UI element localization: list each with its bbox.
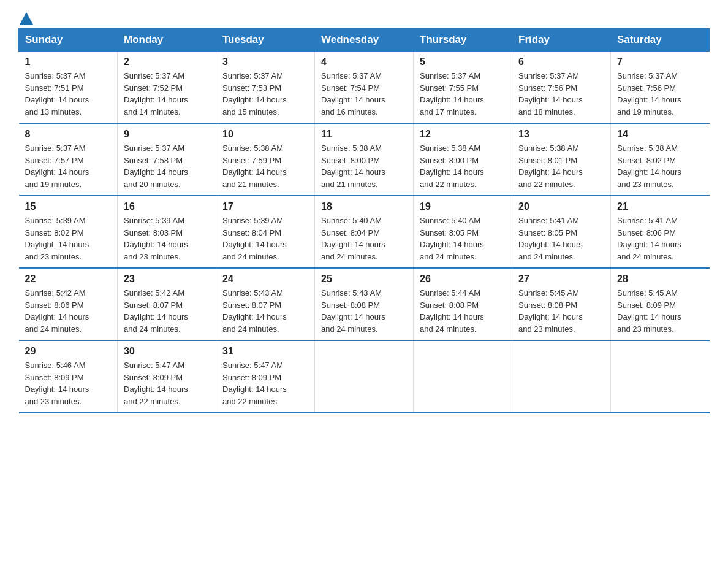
logo [18,12,33,22]
calendar-cell: 13 Sunrise: 5:38 AMSunset: 8:01 PMDaylig… [512,123,611,196]
header-friday: Friday [512,29,611,52]
week-row-3: 15 Sunrise: 5:39 AMSunset: 8:02 PMDaylig… [19,196,710,268]
day-number: 3 [222,56,308,67]
day-info: Sunrise: 5:41 AMSunset: 8:06 PMDaylight:… [617,215,703,262]
day-number: 26 [420,274,506,285]
calendar-cell: 20 Sunrise: 5:41 AMSunset: 8:05 PMDaylig… [512,196,611,268]
day-info: Sunrise: 5:43 AMSunset: 8:07 PMDaylight:… [222,287,308,335]
day-info: Sunrise: 5:42 AMSunset: 8:06 PMDaylight:… [25,287,112,335]
calendar-cell: 26 Sunrise: 5:44 AMSunset: 8:08 PMDaylig… [414,268,512,340]
day-info: Sunrise: 5:40 AMSunset: 8:05 PMDaylight:… [420,215,506,262]
calendar-cell: 10 Sunrise: 5:38 AMSunset: 7:59 PMDaylig… [216,123,315,196]
calendar-cell: 28 Sunrise: 5:45 AMSunset: 8:09 PMDaylig… [611,268,710,340]
day-info: Sunrise: 5:41 AMSunset: 8:05 PMDaylight:… [518,215,604,262]
calendar-cell: 11 Sunrise: 5:38 AMSunset: 8:00 PMDaylig… [315,123,414,196]
day-number: 16 [124,201,210,212]
day-info: Sunrise: 5:38 AMSunset: 8:00 PMDaylight:… [321,142,407,190]
week-row-5: 29 Sunrise: 5:46 AMSunset: 8:09 PMDaylig… [19,340,710,413]
day-number: 25 [321,274,407,285]
calendar-cell: 1 Sunrise: 5:37 AMSunset: 7:51 PMDayligh… [19,52,118,124]
day-info: Sunrise: 5:44 AMSunset: 8:08 PMDaylight:… [420,287,506,335]
logo-icon [20,12,33,25]
day-info: Sunrise: 5:40 AMSunset: 8:04 PMDaylight:… [321,215,407,262]
day-info: Sunrise: 5:39 AMSunset: 8:03 PMDaylight:… [124,215,210,262]
logo-text [18,12,33,25]
day-info: Sunrise: 5:37 AMSunset: 7:54 PMDaylight:… [321,70,407,118]
calendar-cell: 9 Sunrise: 5:37 AMSunset: 7:58 PMDayligh… [118,123,216,196]
header-tuesday: Tuesday [216,29,315,52]
calendar-cell: 4 Sunrise: 5:37 AMSunset: 7:54 PMDayligh… [315,52,414,124]
day-number: 7 [617,56,703,67]
day-number: 5 [420,56,506,67]
calendar-cell: 15 Sunrise: 5:39 AMSunset: 8:02 PMDaylig… [19,196,118,268]
calendar-cell: 18 Sunrise: 5:40 AMSunset: 8:04 PMDaylig… [315,196,414,268]
day-info: Sunrise: 5:38 AMSunset: 8:01 PMDaylight:… [518,142,604,190]
day-number: 2 [124,56,210,67]
day-info: Sunrise: 5:45 AMSunset: 8:08 PMDaylight:… [518,287,604,335]
day-number: 29 [25,346,112,357]
day-info: Sunrise: 5:45 AMSunset: 8:09 PMDaylight:… [617,287,703,335]
header-sunday: Sunday [19,29,118,52]
page-header [18,12,710,22]
calendar-cell: 31 Sunrise: 5:47 AMSunset: 8:09 PMDaylig… [216,340,315,413]
day-number: 31 [222,346,308,357]
day-info: Sunrise: 5:39 AMSunset: 8:02 PMDaylight:… [25,215,112,262]
day-number: 11 [321,129,407,140]
calendar-cell: 16 Sunrise: 5:39 AMSunset: 8:03 PMDaylig… [118,196,216,268]
calendar-cell: 14 Sunrise: 5:38 AMSunset: 8:02 PMDaylig… [611,123,710,196]
day-number: 19 [420,201,506,212]
calendar-cell: 19 Sunrise: 5:40 AMSunset: 8:05 PMDaylig… [414,196,512,268]
day-info: Sunrise: 5:37 AMSunset: 7:58 PMDaylight:… [124,142,210,190]
calendar-header-row: SundayMondayTuesdayWednesdayThursdayFrid… [19,29,710,52]
calendar-cell: 3 Sunrise: 5:37 AMSunset: 7:53 PMDayligh… [216,52,315,124]
day-info: Sunrise: 5:37 AMSunset: 7:55 PMDaylight:… [420,70,506,118]
calendar-cell [611,340,710,413]
day-info: Sunrise: 5:47 AMSunset: 8:09 PMDaylight:… [124,359,210,407]
day-info: Sunrise: 5:37 AMSunset: 7:56 PMDaylight:… [518,70,604,118]
calendar-cell [512,340,611,413]
header-thursday: Thursday [414,29,512,52]
calendar-cell: 17 Sunrise: 5:39 AMSunset: 8:04 PMDaylig… [216,196,315,268]
calendar-cell: 6 Sunrise: 5:37 AMSunset: 7:56 PMDayligh… [512,52,611,124]
week-row-1: 1 Sunrise: 5:37 AMSunset: 7:51 PMDayligh… [19,52,710,124]
day-number: 4 [321,56,407,67]
day-number: 6 [518,56,604,67]
calendar-cell: 25 Sunrise: 5:43 AMSunset: 8:08 PMDaylig… [315,268,414,340]
calendar-cell: 22 Sunrise: 5:42 AMSunset: 8:06 PMDaylig… [19,268,118,340]
day-number: 30 [124,346,210,357]
week-row-4: 22 Sunrise: 5:42 AMSunset: 8:06 PMDaylig… [19,268,710,340]
day-info: Sunrise: 5:38 AMSunset: 8:02 PMDaylight:… [617,142,703,190]
header-monday: Monday [118,29,216,52]
day-number: 17 [222,201,308,212]
day-info: Sunrise: 5:43 AMSunset: 8:08 PMDaylight:… [321,287,407,335]
day-info: Sunrise: 5:37 AMSunset: 7:52 PMDaylight:… [124,70,210,118]
calendar-cell: 24 Sunrise: 5:43 AMSunset: 8:07 PMDaylig… [216,268,315,340]
day-info: Sunrise: 5:46 AMSunset: 8:09 PMDaylight:… [25,359,112,407]
day-info: Sunrise: 5:37 AMSunset: 7:51 PMDaylight:… [25,70,112,118]
calendar-cell: 23 Sunrise: 5:42 AMSunset: 8:07 PMDaylig… [118,268,216,340]
day-number: 28 [617,274,703,285]
calendar-cell: 29 Sunrise: 5:46 AMSunset: 8:09 PMDaylig… [19,340,118,413]
day-number: 27 [518,274,604,285]
day-number: 22 [25,274,112,285]
day-number: 24 [222,274,308,285]
day-info: Sunrise: 5:39 AMSunset: 8:04 PMDaylight:… [222,215,308,262]
day-number: 15 [25,201,112,212]
calendar-cell [315,340,414,413]
svg-marker-0 [20,12,33,25]
day-number: 1 [25,56,112,67]
calendar-cell [414,340,512,413]
day-number: 12 [420,129,506,140]
day-number: 10 [222,129,308,140]
calendar-cell: 8 Sunrise: 5:37 AMSunset: 7:57 PMDayligh… [19,123,118,196]
calendar-cell: 5 Sunrise: 5:37 AMSunset: 7:55 PMDayligh… [414,52,512,124]
day-number: 13 [518,129,604,140]
day-info: Sunrise: 5:42 AMSunset: 8:07 PMDaylight:… [124,287,210,335]
calendar-cell: 2 Sunrise: 5:37 AMSunset: 7:52 PMDayligh… [118,52,216,124]
calendar-cell: 7 Sunrise: 5:37 AMSunset: 7:56 PMDayligh… [611,52,710,124]
day-number: 21 [617,201,703,212]
day-number: 9 [124,129,210,140]
day-info: Sunrise: 5:37 AMSunset: 7:53 PMDaylight:… [222,70,308,118]
calendar-cell: 27 Sunrise: 5:45 AMSunset: 8:08 PMDaylig… [512,268,611,340]
calendar-table: SundayMondayTuesdayWednesdayThursdayFrid… [18,28,710,413]
